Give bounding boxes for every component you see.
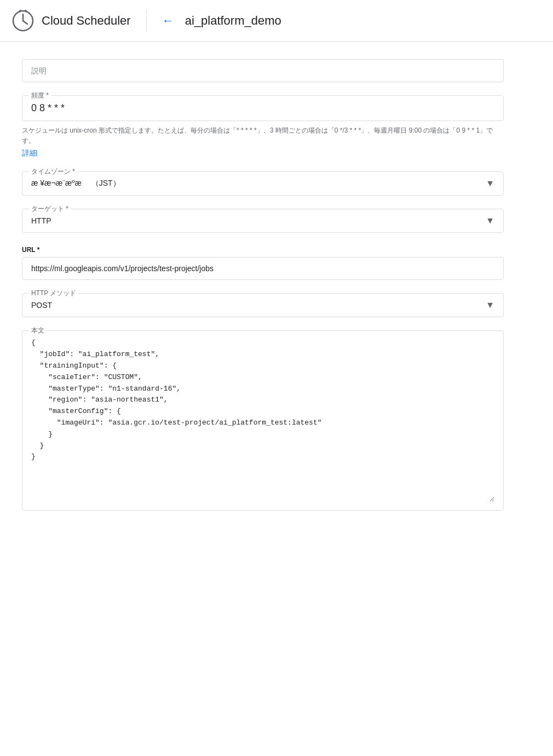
header-divider [146, 10, 147, 32]
app-logo: Cloud Scheduler [11, 9, 131, 33]
description-input[interactable] [22, 59, 504, 82]
target-dropdown-arrow: ▼ [486, 216, 494, 226]
description-field [22, 59, 504, 82]
back-button[interactable]: ← [162, 14, 174, 28]
svg-line-2 [23, 21, 27, 24]
http-method-select[interactable]: POST ▼ [31, 298, 494, 312]
form-container: 頻度 * スケジュールは unix-cron 形式で指定します。たとえば、毎分の… [0, 42, 526, 541]
frequency-helper-text: スケジュールは unix-cron 形式で指定します。たとえば、毎分の場合は「*… [22, 125, 504, 146]
timezone-wrapper[interactable]: タイムゾーン * æ ¥æ¬æ¨æºæ （JST） ▼ [22, 171, 504, 196]
timezone-label: タイムゾーン * [29, 167, 77, 176]
frequency-input[interactable] [31, 100, 494, 116]
frequency-field: 頻度 * スケジュールは unix-cron 形式で指定します。たとえば、毎分の… [22, 95, 504, 158]
http-method-value: POST [31, 301, 52, 310]
target-field: ターゲット * HTTP ▼ [22, 209, 504, 233]
frequency-detail-link[interactable]: 詳細 [22, 148, 504, 158]
body-field: 本文 { "jobId": "ai_platform_test", "train… [22, 330, 504, 511]
http-method-dropdown-arrow: ▼ [486, 300, 494, 310]
frequency-wrapper: 頻度 * [22, 95, 504, 121]
frequency-label: 頻度 * [29, 91, 51, 100]
app-header: Cloud Scheduler ← ai_platform_demo [0, 0, 553, 42]
url-label: URL * [22, 246, 504, 254]
http-method-wrapper[interactable]: HTTP メソッド POST ▼ [22, 293, 504, 317]
back-arrow-icon: ← [162, 14, 174, 28]
target-value: HTTP [31, 216, 51, 225]
target-select[interactable]: HTTP ▼ [31, 214, 494, 228]
http-method-field: HTTP メソッド POST ▼ [22, 293, 504, 317]
page-title: ai_platform_demo [185, 14, 281, 28]
body-textarea[interactable]: { "jobId": "ai_platform_test", "training… [31, 337, 494, 502]
app-title: Cloud Scheduler [42, 14, 131, 28]
http-method-label: HTTP メソッド [29, 289, 78, 298]
target-label: ターゲット * [29, 204, 71, 214]
target-wrapper[interactable]: ターゲット * HTTP ▼ [22, 209, 504, 233]
timezone-field: タイムゾーン * æ ¥æ¬æ¨æºæ （JST） ▼ [22, 171, 504, 196]
timezone-select[interactable]: æ ¥æ¬æ¨æºæ （JST） ▼ [31, 176, 494, 191]
url-field: URL * [22, 246, 504, 280]
url-input[interactable] [22, 257, 504, 280]
clock-icon [11, 9, 35, 33]
timezone-dropdown-arrow: ▼ [486, 179, 494, 188]
body-wrapper: 本文 { "jobId": "ai_platform_test", "train… [22, 330, 504, 511]
body-label: 本文 [29, 326, 47, 335]
timezone-value: æ ¥æ¬æ¨æºæ （JST） [31, 179, 120, 188]
